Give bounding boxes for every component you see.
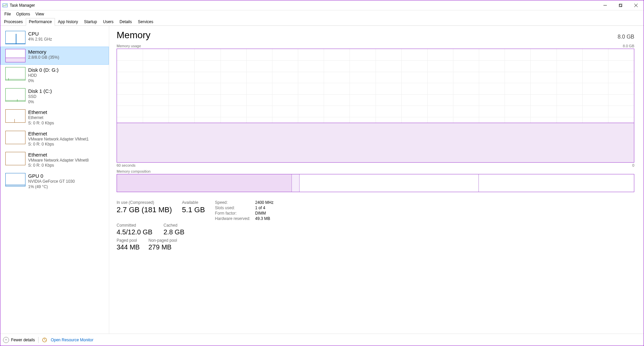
sidebar-item-sub: SSD — [28, 94, 52, 100]
sidebar-item-sub: 4% 2.91 GHz — [28, 37, 52, 42]
committed-label: Committed — [117, 223, 153, 228]
ethernet-sparkline-icon — [5, 109, 25, 123]
comp-segment-free — [479, 174, 634, 192]
xaxis-right: 0 — [632, 163, 634, 167]
tab-startup[interactable]: Startup — [81, 18, 100, 26]
sidebar-item-sub: S: 0 R: 0 Kbps — [28, 163, 89, 168]
maximize-button[interactable] — [613, 0, 628, 10]
menubar: File Options View — [0, 10, 644, 18]
page-title: Memory — [117, 30, 150, 41]
titlebar: Task Manager — [0, 0, 644, 10]
inuse-label: In use (Compressed) — [117, 200, 172, 205]
sidebar-item-memory[interactable]: Memory 2.8/8.0 GB (35%) — [0, 47, 109, 65]
comp-segment-modified — [292, 174, 300, 192]
menu-file[interactable]: File — [2, 11, 13, 17]
sidebar-item-title: Disk 1 (C:) — [28, 88, 52, 94]
tab-processes[interactable]: Processes — [1, 18, 26, 26]
sidebar-item-title: Disk 0 (D: G:) — [28, 67, 59, 73]
comp-segment-inuse — [117, 174, 292, 192]
sidebar-item-sub: Ethernet — [28, 115, 54, 121]
open-resource-monitor-link[interactable]: Open Resource Monitor — [51, 338, 93, 342]
stats-row-3: Paged pool 344 MB Non-paged pool 279 MB — [117, 238, 634, 251]
sidebar-item-sub: 0% — [28, 78, 59, 84]
kv-hwres-v: 49.3 MB — [255, 216, 274, 221]
svg-rect-2 — [619, 4, 622, 7]
kv-speed-k: Speed: — [215, 200, 255, 205]
disk-sparkline-icon — [5, 67, 25, 80]
menu-options[interactable]: Options — [13, 11, 33, 17]
sidebar-item-sub: VMware Network Adapter VMnet1 — [28, 137, 89, 142]
kv-form-k: Form factor: — [215, 211, 255, 216]
tab-performance[interactable]: Performance — [26, 18, 55, 26]
kv-form-v: DIMM — [255, 211, 274, 216]
sidebar-item-sub: 0% — [28, 100, 52, 105]
fewer-details-link[interactable]: Fewer details — [11, 338, 35, 342]
usage-chart-xaxis: 60 seconds 0 — [117, 163, 634, 167]
sidebar-item-title: CPU — [28, 31, 52, 37]
kv-slots-k: Slots used: — [215, 206, 255, 210]
composition-chart-labels: Memory composition — [117, 169, 634, 173]
kv-slots-v: 1 of 4 — [255, 206, 274, 210]
memory-composition-chart[interactable] — [117, 174, 634, 192]
usage-chart-title: Memory usage — [117, 44, 141, 48]
ethernet-sparkline-icon — [5, 131, 25, 144]
sidebar-item-sub: S: 0 R: 0 Kbps — [28, 121, 54, 126]
stats-row-2: Committed 4.5/12.0 GB Cached 2.8 GB — [117, 223, 634, 236]
sidebar-item-sub: 2.8/8.0 GB (35%) — [28, 55, 59, 60]
chevron-up-icon[interactable] — [3, 337, 9, 343]
sidebar-item-title: Ethernet — [28, 131, 89, 137]
tab-app-history[interactable]: App history — [55, 18, 81, 26]
tab-users[interactable]: Users — [100, 18, 116, 26]
committed-value: 4.5/12.0 GB — [117, 228, 153, 236]
sidebar-item-ethernet-1[interactable]: Ethernet VMware Network Adapter VMnet1 S… — [0, 128, 109, 150]
xaxis-left: 60 seconds — [117, 163, 135, 167]
tab-services[interactable]: Services — [135, 18, 156, 26]
usage-chart-labels: Memory usage 8.0 GB — [117, 44, 634, 48]
usage-chart-ymax: 8.0 GB — [623, 44, 634, 48]
task-manager-window: Task Manager File Options View Processes… — [0, 0, 644, 346]
resource-monitor-icon — [42, 337, 47, 343]
close-button[interactable] — [628, 0, 644, 10]
menu-view[interactable]: View — [33, 11, 47, 17]
app-icon — [2, 3, 8, 8]
stats-row-1: In use (Compressed) 2.7 GB (181 MB) Avai… — [117, 200, 634, 221]
sidebar-item-disk0[interactable]: Disk 0 (D: G:) HDD 0% — [0, 65, 109, 86]
sidebar-item-title: Memory — [28, 49, 59, 55]
tabstrip: Processes Performance App history Startu… — [0, 18, 644, 26]
cached-label: Cached — [164, 223, 184, 228]
kv-speed-v: 2400 MHz — [255, 200, 274, 205]
nonpaged-value: 279 MB — [148, 243, 177, 251]
svg-line-8 — [45, 340, 46, 341]
sidebar-item-sub: HDD — [28, 73, 59, 78]
comp-segment-standby — [300, 174, 479, 192]
sidebar-item-disk1[interactable]: Disk 1 (C:) SSD 0% — [0, 86, 109, 107]
main-header: Memory 8.0 GB — [117, 30, 634, 41]
available-value: 5.1 GB — [182, 206, 205, 214]
sidebar-item-cpu[interactable]: CPU 4% 2.91 GHz — [0, 28, 109, 47]
footer-separator — [38, 337, 39, 343]
memory-kv-table: Speed:2400 MHz Slots used:1 of 4 Form fa… — [215, 200, 274, 221]
sidebar-item-ethernet-2[interactable]: Ethernet VMware Network Adapter VMnet8 S… — [0, 150, 109, 171]
minimize-button[interactable] — [597, 0, 613, 10]
svg-rect-3 — [620, 4, 622, 6]
sidebar-item-gpu0[interactable]: GPU 0 NVIDIA GeForce GT 1030 1% (49 °C) — [0, 171, 109, 192]
footer: Fewer details Open Resource Monitor — [0, 334, 644, 346]
cpu-sparkline-icon — [5, 31, 25, 44]
kv-hwres-k: Hardware reserved: — [215, 216, 255, 221]
main-panel: Memory 8.0 GB Memory usage 8.0 GB 60 sec… — [109, 26, 644, 334]
paged-value: 344 MB — [117, 243, 145, 251]
disk-sparkline-icon — [5, 88, 25, 102]
tab-details[interactable]: Details — [117, 18, 135, 26]
composition-chart-title: Memory composition — [117, 169, 150, 173]
memory-sparkline-icon — [5, 49, 25, 62]
cached-value: 2.8 GB — [164, 228, 184, 236]
sidebar: CPU 4% 2.91 GHz Memory 2.8/8.0 GB (35%) … — [0, 26, 109, 334]
sidebar-item-sub: 1% (49 °C) — [28, 184, 75, 190]
sidebar-item-title: Ethernet — [28, 109, 54, 115]
window-title: Task Manager — [10, 3, 35, 8]
nonpaged-label: Non-paged pool — [148, 238, 177, 243]
sidebar-item-ethernet-0[interactable]: Ethernet Ethernet S: 0 R: 0 Kbps — [0, 107, 109, 128]
paged-label: Paged pool — [117, 238, 145, 243]
sidebar-item-sub: VMware Network Adapter VMnet8 — [28, 158, 89, 163]
memory-usage-chart[interactable] — [117, 49, 634, 163]
